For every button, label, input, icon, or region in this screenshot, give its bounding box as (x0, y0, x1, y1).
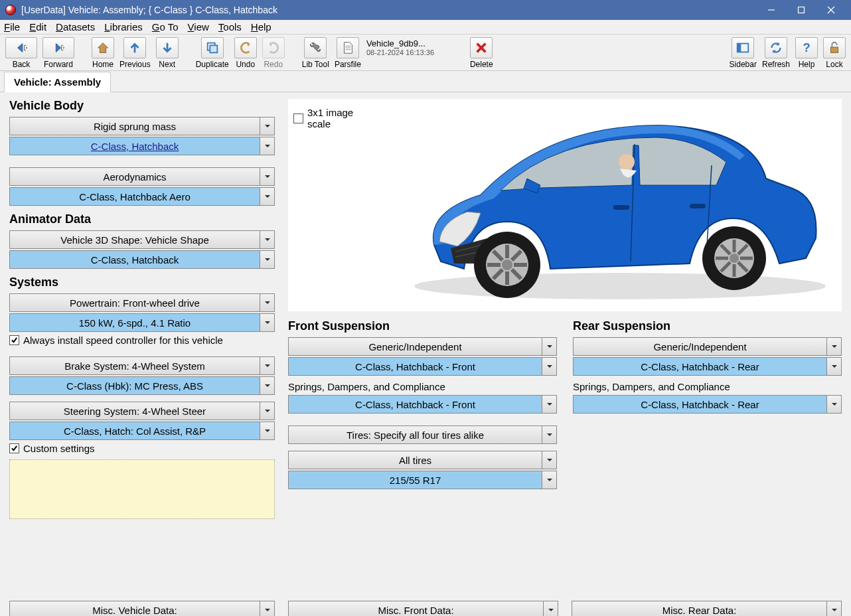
chevron-down-icon[interactable] (544, 601, 558, 616)
chevron-down-icon[interactable] (827, 601, 842, 616)
front-value-combo[interactable]: C-Class, Hatchback - Front (288, 357, 557, 376)
tires-all-combo[interactable]: All tires (288, 451, 557, 469)
aero-combo[interactable]: Aerodynamics (9, 167, 275, 186)
previous-button[interactable]: Previous (119, 37, 151, 69)
libtool-button[interactable]: Lib Tool (302, 37, 329, 69)
aero-value[interactable]: C-Class, Hatchback Aero (9, 187, 275, 206)
animator-heading: Animator Data (9, 212, 275, 226)
custom-settings-textarea[interactable] (9, 459, 275, 519)
chevron-down-icon[interactable] (542, 451, 557, 469)
chevron-down-icon[interactable] (260, 356, 275, 375)
svg-rect-14 (831, 47, 838, 52)
custom-settings-checkbox[interactable]: Custom settings (9, 443, 275, 454)
redo-button[interactable]: Redo (262, 37, 285, 69)
chevron-down-icon[interactable] (260, 117, 275, 135)
lock-button[interactable]: Lock (823, 37, 846, 69)
svg-rect-5 (210, 45, 217, 52)
menu-file[interactable]: File (4, 21, 20, 33)
tires-spec-combo[interactable]: Tires: Specify all four tires alike (288, 425, 557, 444)
shape-combo[interactable]: Vehicle 3D Shape: Vehicle Shape (9, 230, 275, 249)
svg-rect-19 (690, 204, 706, 208)
rigid-sprung-link[interactable]: C-Class, Hatchback (9, 137, 260, 155)
help-button[interactable]: ? Help (795, 37, 818, 69)
chevron-down-icon[interactable] (260, 167, 275, 186)
chevron-down-icon[interactable] (260, 313, 275, 332)
front-suspension-heading: Front Suspension (288, 319, 557, 333)
powertrain-value[interactable]: 150 kW, 6-spd., 4.1 Ratio (9, 313, 275, 332)
chevron-down-icon[interactable] (260, 422, 275, 440)
powertrain-combo[interactable]: Powertrain: Front-wheel drive (9, 293, 275, 312)
svg-rect-18 (613, 205, 629, 210)
tab-vehicle-assembly[interactable]: Vehicle: Assembly (4, 72, 111, 92)
chevron-down-icon[interactable] (260, 402, 275, 420)
forward-button[interactable]: Forward (42, 37, 74, 69)
rigid-sprung-label: Rigid sprung mass (9, 117, 260, 135)
chevron-down-icon[interactable] (260, 293, 275, 312)
menu-view[interactable]: View (188, 21, 209, 33)
delete-button[interactable]: Delete (470, 37, 493, 69)
refresh-button[interactable]: Refresh (762, 37, 790, 69)
rear-suspension-panel: Rear Suspension Generic/Independent C-Cl… (573, 319, 842, 491)
chevron-down-icon[interactable] (260, 230, 275, 249)
speed-controller-checkbox[interactable]: Always install speed controller for this… (9, 335, 275, 346)
rear-type-combo[interactable]: Generic/Independent (573, 337, 842, 356)
front-sdc-label: Springs, Dampers, and Compliance (288, 381, 557, 392)
minimize-button[interactable] (756, 0, 786, 20)
systems-heading: Systems (9, 275, 275, 289)
right-panel: 3x1 image scale (288, 99, 842, 616)
parsfile-name: Vehicle_9db9... (366, 38, 439, 48)
menu-goto[interactable]: Go To (152, 21, 179, 33)
chevron-down-icon[interactable] (260, 137, 275, 155)
app-icon (5, 5, 16, 15)
back-button[interactable]: Back (5, 37, 37, 69)
chevron-down-icon[interactable] (542, 395, 557, 414)
svg-point-15 (414, 273, 826, 299)
chevron-down-icon[interactable] (827, 395, 842, 414)
chevron-down-icon[interactable] (542, 337, 557, 356)
sidebar-button[interactable]: Sidebar (730, 37, 757, 69)
svg-rect-12 (737, 44, 741, 52)
chevron-down-icon[interactable] (542, 425, 557, 444)
menu-datasets[interactable]: Datasets (56, 21, 95, 33)
chevron-down-icon[interactable] (260, 187, 275, 206)
close-button[interactable] (816, 0, 846, 20)
rigid-sprung-combo[interactable]: Rigid sprung mass (9, 117, 275, 135)
misc-rear-combo[interactable]: Misc. Rear Data: (572, 601, 842, 616)
svg-point-44 (619, 154, 635, 170)
menu-help[interactable]: Help (251, 21, 271, 33)
duplicate-button[interactable]: Duplicate (196, 37, 229, 69)
steering-combo[interactable]: Steering System: 4-Wheel Steer (9, 402, 275, 420)
menu-bar: File Edit Datasets Libraries Go To View … (0, 20, 851, 35)
vehicle-body-heading: Vehicle Body (9, 99, 275, 113)
menu-tools[interactable]: Tools (218, 21, 242, 33)
chevron-down-icon[interactable] (827, 337, 842, 356)
menu-edit[interactable]: Edit (29, 21, 46, 33)
rigid-sprung-value[interactable]: C-Class, Hatchback (9, 137, 275, 155)
chevron-down-icon[interactable] (260, 250, 275, 269)
window-title: [UserData] Vehicle: Assembly; { C-Class … (21, 5, 756, 15)
shape-value[interactable]: C-Class, Hatchback (9, 250, 275, 269)
rear-value-combo[interactable]: C-Class, Hatchback - Rear (573, 357, 842, 376)
brake-combo[interactable]: Brake System: 4-Wheel System (9, 356, 275, 375)
brake-value[interactable]: C-Class (Hbk): MC Press, ABS (9, 376, 275, 395)
image-scale-checkbox[interactable]: 3x1 image scale (293, 107, 354, 129)
misc-front-combo[interactable]: Misc. Front Data: (288, 601, 558, 616)
chevron-down-icon[interactable] (542, 471, 557, 489)
chevron-down-icon[interactable] (260, 376, 275, 395)
home-button[interactable]: Home (92, 37, 114, 69)
rear-sdc-combo[interactable]: C-Class, Hatchback - Rear (573, 395, 842, 414)
maximize-button[interactable] (786, 0, 816, 20)
steering-value[interactable]: C-Class, Hatch: Col Assist, R&P (9, 422, 275, 440)
menu-libraries[interactable]: Libraries (104, 21, 143, 33)
chevron-down-icon[interactable] (542, 357, 557, 376)
front-sdc-combo[interactable]: C-Class, Hatchback - Front (288, 395, 557, 414)
chevron-down-icon[interactable] (260, 601, 275, 616)
undo-button[interactable]: Undo (234, 37, 257, 69)
chevron-down-icon[interactable] (827, 357, 842, 376)
misc-vehicle-combo[interactable]: Misc. Vehicle Data: (9, 601, 275, 616)
tires-size-combo[interactable]: 215/55 R17 (288, 471, 557, 489)
vehicle-preview: 3x1 image scale (288, 99, 842, 311)
front-type-combo[interactable]: Generic/Independent (288, 337, 557, 356)
next-button[interactable]: Next (156, 37, 179, 69)
parsfile-button[interactable]: Parsfile (335, 37, 361, 69)
